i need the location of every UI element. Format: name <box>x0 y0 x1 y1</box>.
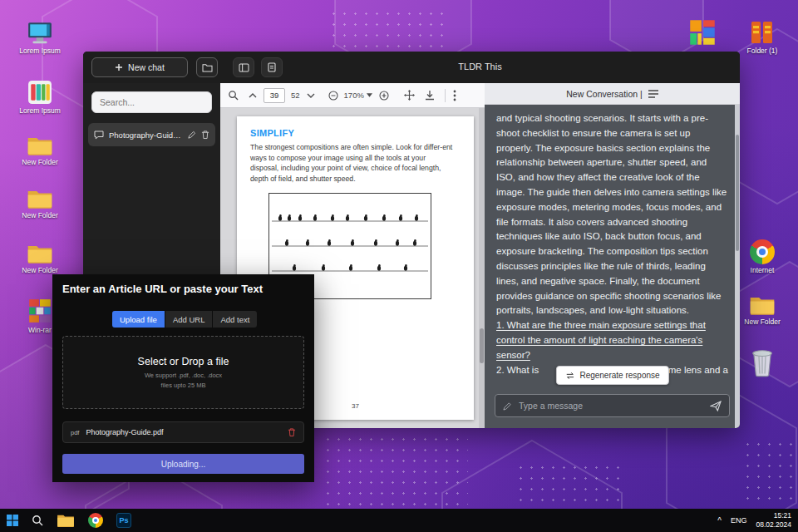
chat-input-bar <box>495 394 730 417</box>
remove-file-icon[interactable] <box>288 427 296 437</box>
pdf-body-text: The strongest compositions are often sim… <box>250 142 453 184</box>
folder-outline-icon <box>202 63 213 72</box>
chat-scrollbar-thumb[interactable] <box>736 135 739 251</box>
pdf-toolbar: 52 170% <box>220 83 485 108</box>
new-chat-label: New chat <box>128 62 165 72</box>
taskbar-file-explorer-button[interactable] <box>57 513 75 528</box>
desktop-icon-internet[interactable]: Internet <box>736 239 789 275</box>
file-type-badge: pdf <box>71 429 79 436</box>
folder-icon <box>27 243 53 264</box>
sidebar-file-name: Photography-Guide.pdf <box>109 131 182 140</box>
previous-page-icon[interactable] <box>249 93 257 98</box>
file-dropzone[interactable]: Select or Drop a file We support .pdf, .… <box>62 336 304 409</box>
window-title: TLDR This <box>220 62 740 71</box>
binders-icon <box>748 20 776 45</box>
sidebar-file-item[interactable]: Photography-Guide.pdf <box>88 123 215 146</box>
icon-label: New Folder <box>22 159 57 167</box>
summary-text: and typical shooting scenarios. It start… <box>496 111 728 318</box>
sidebar-search-input[interactable] <box>91 91 212 113</box>
message-input[interactable] <box>519 401 703 411</box>
taskbar-chrome-button[interactable] <box>88 513 103 528</box>
more-options-icon[interactable] <box>453 90 456 101</box>
language-indicator[interactable]: ENG <box>731 516 747 525</box>
total-pages-label: 52 <box>291 91 300 100</box>
start-button[interactable] <box>7 515 18 526</box>
tab-add-text[interactable]: Add text <box>213 311 257 328</box>
pan-tool-icon[interactable] <box>404 90 415 101</box>
uploading-button[interactable]: Uploading... <box>62 454 304 474</box>
desktop-icon-folder-1[interactable]: New Folder <box>13 135 66 167</box>
conversation-title: New Conversation | <box>566 89 642 99</box>
chat-panel: New Conversation | and typical shooting … <box>485 83 740 428</box>
desktop-icon-app[interactable]: Lorem Ipsum <box>13 80 66 116</box>
folder-icon <box>27 188 53 209</box>
chat-scrollbar[interactable] <box>735 105 740 428</box>
tray-expand-chevron[interactable]: ^ <box>717 516 722 525</box>
window-titlebar: New chat TLDR This <box>83 52 740 83</box>
dropzone-subtitle-1: We support .pdf, .doc, .docx <box>145 372 222 379</box>
icon-label: Win-rar <box>28 327 52 335</box>
taskbar-search-button[interactable] <box>32 515 43 526</box>
zoom-in-icon[interactable] <box>379 91 389 101</box>
new-chat-button[interactable]: New chat <box>91 57 188 77</box>
icon-label: Folder (1) <box>747 47 778 56</box>
delete-trash-icon[interactable] <box>201 130 209 140</box>
dropzone-title: Select or Drop a file <box>138 356 229 367</box>
question-2-fragment-start: 2. What is <box>496 363 539 378</box>
tab-add-url[interactable]: Add URL <box>165 311 213 328</box>
upload-modal: Enter an Article URL or paste your Text … <box>52 274 314 482</box>
app-icon <box>27 80 52 105</box>
page-number-input[interactable] <box>264 88 285 103</box>
taskbar: Ps ^ ENG 15:21 08.02.2024 <box>0 509 798 532</box>
computer-icon <box>27 22 53 45</box>
folder-button[interactable] <box>196 57 218 77</box>
folder-icon <box>749 294 776 316</box>
compose-pen-icon <box>503 401 512 411</box>
search-icon <box>32 515 43 526</box>
send-icon[interactable] <box>710 401 722 411</box>
clock[interactable]: 15:21 08.02.2024 <box>756 511 791 529</box>
search-icon[interactable] <box>228 90 239 101</box>
dropzone-subtitle-2: files upto 25 MB <box>161 382 206 389</box>
recycle-bin-icon <box>751 349 774 377</box>
icon-label: New Folder <box>22 212 57 220</box>
download-icon[interactable] <box>425 90 435 101</box>
pdf-scrollbar-thumb[interactable] <box>480 328 484 363</box>
uploaded-file-name: Photography-Guide.pdf <box>86 428 281 436</box>
system-tray: ^ ENG 15:21 08.02.2024 <box>717 509 791 532</box>
zoom-out-icon[interactable] <box>328 91 338 101</box>
desktop: Lorem Ipsum Lorem Ipsum New Folder New F… <box>0 0 798 532</box>
next-page-icon[interactable] <box>307 93 315 98</box>
desktop-icon-folder-right[interactable]: New Folder <box>736 294 789 327</box>
desktop-icon-recycle-bin[interactable] <box>736 349 789 377</box>
tab-upload-file[interactable]: Upload file <box>112 311 165 328</box>
folder-icon <box>57 513 75 528</box>
taskbar-photoshop-button[interactable]: Ps <box>116 513 131 528</box>
desktop-icon-folder-2[interactable]: New Folder <box>13 188 66 220</box>
edit-pencil-icon[interactable] <box>187 131 196 140</box>
chrome-icon <box>750 239 775 264</box>
desktop-icon-computer[interactable]: Lorem Ipsum <box>13 22 66 56</box>
tray-date: 08.02.2024 <box>756 520 791 530</box>
regenerate-response-button[interactable]: Regenerate response <box>555 366 668 385</box>
modal-title: Enter an Article URL or paste your Text <box>52 274 314 295</box>
chrome-icon <box>88 513 103 528</box>
pdf-scrollbar[interactable] <box>479 108 485 428</box>
photoshop-icon: Ps <box>116 513 131 528</box>
desktop-icon-folder-3[interactable]: New Folder <box>13 243 66 275</box>
app-grid-icon <box>688 18 717 47</box>
windows-start-icon <box>7 515 18 526</box>
tray-time: 15:21 <box>756 511 791 520</box>
icon-label: Lorem Ipsum <box>19 107 61 116</box>
chat-header: New Conversation | <box>485 83 740 105</box>
desktop-icon-app-grid[interactable] <box>688 18 717 50</box>
zoom-level-label[interactable]: 170% <box>344 91 364 100</box>
suggested-question-1[interactable]: 1. What are the three main exposure sett… <box>496 318 728 362</box>
menu-icon[interactable] <box>648 90 658 98</box>
zoom-dropdown-caret-icon[interactable] <box>367 93 372 97</box>
folder-icon <box>27 135 53 156</box>
desktop-icon-folder-count[interactable]: Folder (1) <box>736 20 789 56</box>
winrar-icon <box>27 298 52 324</box>
toolbar-divider <box>445 89 446 102</box>
modal-tabs: Upload file Add URL Add text <box>112 311 257 328</box>
